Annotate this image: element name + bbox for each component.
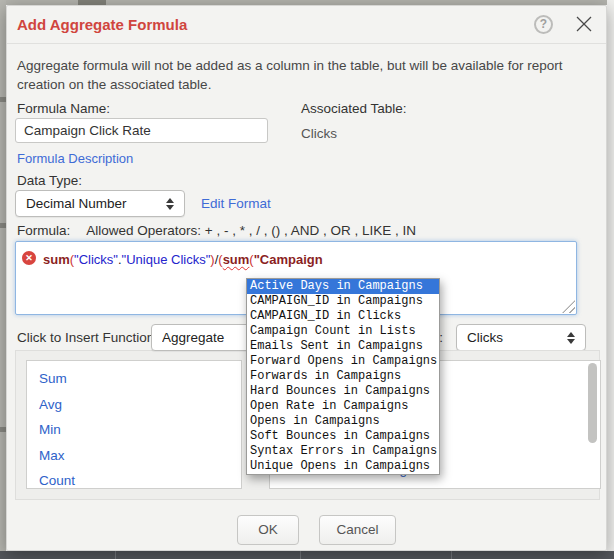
data-type-label: Data Type: [17, 173, 82, 188]
dialog-title: Add Aggregate Formula [17, 16, 187, 33]
select-stepper-icon [165, 198, 174, 210]
associated-table-label: Associated Table: [301, 101, 407, 116]
autocomplete-option[interactable]: Unique Opens in Campaigns [247, 459, 439, 474]
formula-token: "Unique Clicks" [122, 252, 211, 267]
autocomplete-option[interactable]: CAMPAIGN_ID in Clicks [247, 309, 439, 324]
function-category-value: Aggregate [162, 330, 252, 345]
resize-grip-icon[interactable] [562, 300, 575, 313]
cancel-button[interactable]: Cancel [319, 515, 396, 545]
edit-format-link[interactable]: Edit Format [201, 196, 271, 211]
data-type-select[interactable]: Decimal Number [15, 190, 185, 217]
autocomplete-option[interactable]: Forwards in Campaigns [247, 369, 439, 384]
select-stepper-icon [566, 332, 575, 344]
function-item-sum[interactable]: Sum [27, 366, 241, 392]
autocomplete-option[interactable]: Forward Opens in Campaigns [247, 354, 439, 369]
table-column-divider [300, 551, 301, 559]
autocomplete-option[interactable]: CAMPAIGN_ID in Campaigns [247, 294, 439, 309]
error-icon: ✕ [22, 251, 36, 265]
allowed-operators-text: Allowed Operators: + , - , * , / , () , … [86, 223, 416, 238]
columns-table-value: Clicks [467, 330, 560, 345]
page-background-right [607, 0, 614, 559]
formula-name-input[interactable] [15, 118, 268, 143]
formula-token: "Campaign [254, 252, 323, 267]
autocomplete-option[interactable]: Open Rate in Campaigns [247, 399, 439, 414]
columns-table-select[interactable]: Clicks [456, 324, 586, 351]
associated-table-value: Clicks [301, 126, 337, 141]
autocomplete-option[interactable]: Syntax Errors in Campaigns [247, 444, 439, 459]
formula-token-misspelled: sum [223, 252, 250, 267]
autocomplete-option[interactable]: Active Days in Campaigns [247, 279, 439, 294]
table-column-divider [115, 551, 116, 559]
function-item-min[interactable]: Min [27, 417, 241, 443]
ok-button[interactable]: OK [237, 515, 299, 545]
autocomplete-option[interactable]: Hard Bounces in Campaigns [247, 384, 439, 399]
table-column-divider [451, 551, 452, 559]
autocomplete-option[interactable]: Campaign Count in Lists [247, 324, 439, 339]
add-aggregate-formula-dialog: Add Aggregate Formula ? Aggregate formul… [6, 5, 607, 551]
autocomplete-option[interactable]: Soft Bounces in Campaigns [247, 429, 439, 444]
formula-name-label: Formula Name: [17, 101, 110, 116]
function-item-count[interactable]: Count [27, 468, 241, 494]
scrollbar-thumb[interactable] [588, 363, 597, 443]
autocomplete-option[interactable]: Opens in Campaigns [247, 414, 439, 429]
help-icon[interactable]: ? [534, 15, 553, 34]
function-item-max[interactable]: Max [27, 443, 241, 469]
formula-description-link[interactable]: Formula Description [17, 151, 133, 166]
insert-functions-label: Click to Insert Functions: [17, 330, 165, 345]
formula-token: "Clicks" [74, 252, 118, 267]
dialog-header: Add Aggregate Formula ? [7, 6, 606, 44]
functions-listbox: Sum Avg Min Max Count [26, 360, 242, 489]
formula-token: sum [43, 252, 70, 267]
close-icon[interactable] [574, 14, 594, 34]
function-item-avg[interactable]: Avg [27, 392, 241, 418]
dialog-description: Aggregate formula will not be added as a… [17, 56, 599, 94]
autocomplete-dropdown: Active Days in Campaigns CAMPAIGN_ID in … [246, 278, 440, 475]
page-background-bottom-bar [0, 551, 614, 559]
data-type-selected-value: Decimal Number [26, 196, 159, 211]
formula-row: Formula:Allowed Operators: + , - , * , /… [17, 223, 416, 238]
formula-code: sum("Clicks"."Unique Clicks")/(sum("Camp… [43, 252, 323, 267]
autocomplete-option[interactable]: Emails Sent in Campaigns [247, 339, 439, 354]
formula-label: Formula: [17, 223, 70, 238]
